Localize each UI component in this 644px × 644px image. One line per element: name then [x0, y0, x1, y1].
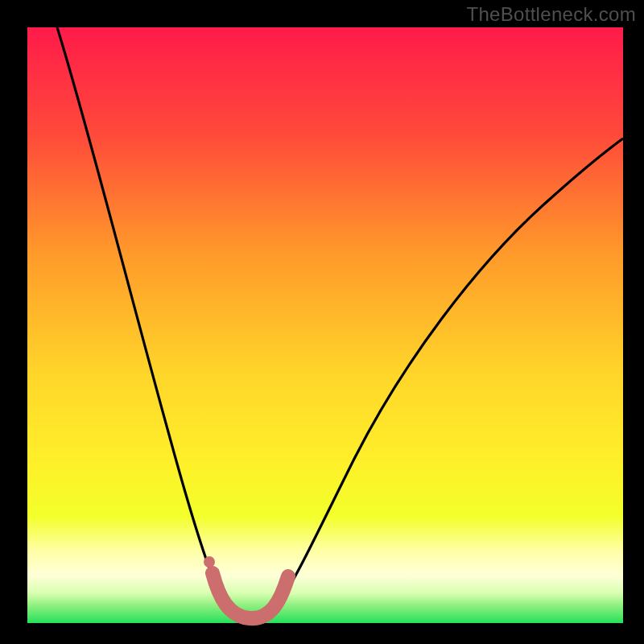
chart-canvas	[0, 0, 644, 644]
watermark-text: TheBottleneck.com	[466, 3, 636, 26]
plot-background	[27, 27, 623, 623]
valley-marker-dot	[204, 556, 215, 568]
chart-svg	[0, 0, 644, 644]
